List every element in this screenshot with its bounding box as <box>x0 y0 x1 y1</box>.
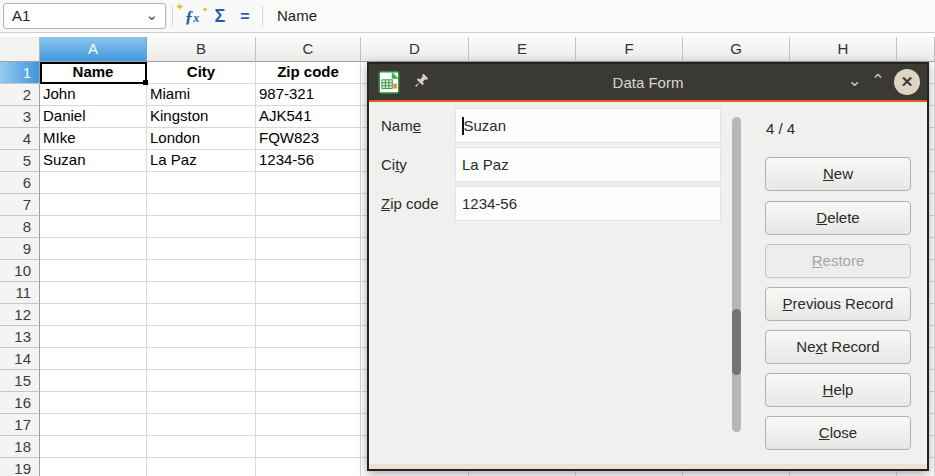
zip-code-input[interactable]: 1234-56 <box>455 186 721 221</box>
close-button[interactable]: Close <box>765 416 911 450</box>
cell-A10[interactable] <box>40 260 147 282</box>
column-header-C[interactable]: C <box>256 37 361 62</box>
help-button[interactable]: Help <box>765 373 911 407</box>
cell-A18[interactable] <box>40 436 147 458</box>
cell-B11[interactable] <box>147 282 256 304</box>
cell-C14[interactable] <box>256 348 361 370</box>
cell-B8[interactable] <box>147 216 256 238</box>
cell-C1[interactable]: Zip code <box>256 62 361 84</box>
cell-C2[interactable]: 987-321 <box>256 84 361 106</box>
cell-A3[interactable]: Daniel <box>40 106 147 128</box>
dialog-titlebar[interactable]: Data Form ⌄ ⌃ ✕ <box>369 64 927 100</box>
next-record-button[interactable]: Next Record <box>765 330 911 364</box>
cell-A8[interactable] <box>40 216 147 238</box>
cell-A5[interactable]: Suzan <box>40 150 147 172</box>
formula-equals-icon[interactable]: = <box>234 0 256 33</box>
cell-B17[interactable] <box>147 414 256 436</box>
cell-A16[interactable] <box>40 392 147 414</box>
row-header-10[interactable]: 10 <box>0 260 40 282</box>
cell-B2[interactable]: Miami <box>147 84 256 106</box>
name-input[interactable]: Suzan <box>455 108 721 143</box>
row-header-8[interactable]: 8 <box>0 216 40 238</box>
cell-A6[interactable] <box>40 172 147 194</box>
cell-C17[interactable] <box>256 414 361 436</box>
formula-input-line[interactable]: Name <box>270 0 935 32</box>
column-header-F[interactable]: F <box>576 37 683 62</box>
cell-A14[interactable] <box>40 348 147 370</box>
row-header-9[interactable]: 9 <box>0 238 40 260</box>
new-button[interactable]: New <box>765 157 911 191</box>
row-header-6[interactable]: 6 <box>0 172 40 194</box>
cell-A13[interactable] <box>40 326 147 348</box>
city-input[interactable]: La Paz <box>455 147 721 182</box>
row-header-11[interactable]: 11 <box>0 282 40 304</box>
pin-icon[interactable] <box>413 73 431 91</box>
cell-C5[interactable]: 1234-56 <box>256 150 361 172</box>
cell-B18[interactable] <box>147 436 256 458</box>
cell-C6[interactable] <box>256 172 361 194</box>
cell-B1[interactable]: City <box>147 62 256 84</box>
cell-A4[interactable]: MIke <box>40 128 147 150</box>
cell-C10[interactable] <box>256 260 361 282</box>
name-box-dropdown-icon[interactable]: ⌄ <box>145 3 158 27</box>
cell-A12[interactable] <box>40 304 147 326</box>
row-header-5[interactable]: 5 <box>0 150 40 172</box>
roll-down-icon[interactable]: ⌄ <box>848 72 862 89</box>
close-icon[interactable]: ✕ <box>894 69 920 95</box>
previous-record-button[interactable]: Previous Record <box>765 287 911 321</box>
cell-A1[interactable]: Name <box>40 62 147 84</box>
column-header-H[interactable]: H <box>790 37 897 62</box>
row-header-15[interactable]: 15 <box>0 370 40 392</box>
cell-B15[interactable] <box>147 370 256 392</box>
cell-A17[interactable] <box>40 414 147 436</box>
row-header-3[interactable]: 3 <box>0 106 40 128</box>
column-header-E[interactable]: E <box>469 37 576 62</box>
row-header-1[interactable]: 1 <box>0 62 40 84</box>
row-header-19[interactable]: 19 <box>0 458 40 476</box>
cell-C15[interactable] <box>256 370 361 392</box>
cell-B10[interactable] <box>147 260 256 282</box>
row-header-18[interactable]: 18 <box>0 436 40 458</box>
delete-button[interactable]: Delete <box>765 201 911 235</box>
row-header-4[interactable]: 4 <box>0 128 40 150</box>
cell-B7[interactable] <box>147 194 256 216</box>
cell-A9[interactable] <box>40 238 147 260</box>
cell-B14[interactable] <box>147 348 256 370</box>
cell-B6[interactable] <box>147 172 256 194</box>
row-header-13[interactable]: 13 <box>0 326 40 348</box>
cell-B3[interactable]: Kingston <box>147 106 256 128</box>
cell-C7[interactable] <box>256 194 361 216</box>
cell-B9[interactable] <box>147 238 256 260</box>
cell-B13[interactable] <box>147 326 256 348</box>
row-header-17[interactable]: 17 <box>0 414 40 436</box>
cell-C11[interactable] <box>256 282 361 304</box>
cell-C9[interactable] <box>256 238 361 260</box>
cell-C8[interactable] <box>256 216 361 238</box>
cell-A2[interactable]: John <box>40 84 147 106</box>
cell-A7[interactable] <box>40 194 147 216</box>
row-header-12[interactable]: 12 <box>0 304 40 326</box>
form-scrollbar-thumb[interactable] <box>732 309 741 375</box>
select-all-corner[interactable] <box>0 37 40 62</box>
function-wizard-icon[interactable]: ✦✦ƒx <box>178 0 206 33</box>
cell-C12[interactable] <box>256 304 361 326</box>
column-header-G[interactable]: G <box>683 37 790 62</box>
form-scrollbar-track[interactable] <box>732 117 741 432</box>
cell-A11[interactable] <box>40 282 147 304</box>
cell-C13[interactable] <box>256 326 361 348</box>
cell-B19[interactable] <box>147 458 256 476</box>
select-function-sum-icon[interactable]: Σ <box>208 0 232 33</box>
column-header-D[interactable]: D <box>361 37 469 62</box>
column-header-B[interactable]: B <box>147 37 256 62</box>
roll-up-icon[interactable]: ⌃ <box>871 72 885 89</box>
cell-C19[interactable] <box>256 458 361 476</box>
cell-A15[interactable] <box>40 370 147 392</box>
cell-B4[interactable]: London <box>147 128 256 150</box>
cell-C16[interactable] <box>256 392 361 414</box>
cell-C4[interactable]: FQW823 <box>256 128 361 150</box>
name-box[interactable]: A1 ⌄ <box>3 3 166 29</box>
row-header-16[interactable]: 16 <box>0 392 40 414</box>
cell-B12[interactable] <box>147 304 256 326</box>
cell-B16[interactable] <box>147 392 256 414</box>
row-header-7[interactable]: 7 <box>0 194 40 216</box>
